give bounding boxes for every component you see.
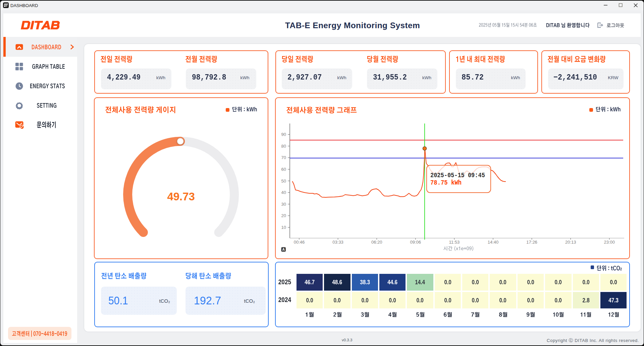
svg-text:A: A bbox=[282, 247, 285, 251]
svg-text:50: 50 bbox=[281, 179, 286, 184]
svg-text:10: 10 bbox=[281, 225, 286, 230]
svg-text:70: 70 bbox=[281, 155, 286, 160]
svg-text:06:20: 06:20 bbox=[371, 240, 382, 245]
svg-text:78.75 kWh: 78.75 kWh bbox=[430, 179, 462, 187]
svg-text:11:53: 11:53 bbox=[449, 240, 460, 245]
svg-text:80: 80 bbox=[281, 144, 286, 149]
svg-text:60: 60 bbox=[281, 167, 286, 172]
svg-text:00:46: 00:46 bbox=[294, 240, 305, 245]
svg-text:14:40: 14:40 bbox=[488, 240, 499, 245]
svg-text:23:00: 23:00 bbox=[604, 240, 615, 245]
svg-text:40: 40 bbox=[281, 190, 286, 195]
svg-text:2025-05-15 09:45: 2025-05-15 09:45 bbox=[430, 171, 485, 179]
svg-text:17:26: 17:26 bbox=[526, 240, 537, 245]
svg-text:30: 30 bbox=[281, 202, 286, 207]
svg-text:20:13: 20:13 bbox=[565, 240, 576, 245]
svg-text:90: 90 bbox=[281, 132, 286, 137]
svg-text:09:06: 09:06 bbox=[410, 240, 421, 245]
svg-text:20: 20 bbox=[281, 213, 286, 218]
svg-text:03:33: 03:33 bbox=[332, 240, 343, 245]
